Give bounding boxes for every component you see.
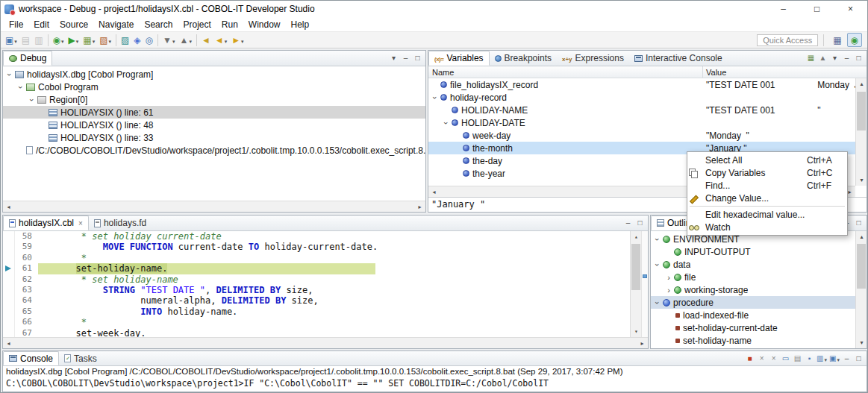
debug-tree-item[interactable]: Region[0] [3,93,425,106]
variables-view-menu-button[interactable]: ▾ [829,51,840,65]
restore-window-button[interactable]: □ [800,1,834,17]
console-open-console-button[interactable]: ▣ [828,352,840,365]
variables-tab-breakpoints[interactable]: Breakpoints [490,51,557,66]
editor-minimize-button[interactable]: – [622,216,634,230]
console-remove-all-launches-button[interactable]: × [768,352,779,365]
menu-help[interactable]: Help [286,19,315,31]
scroll-left-icon[interactable] [428,186,440,198]
variables-show-type-names-button[interactable]: ▦ [805,51,817,65]
console-tab-tasks[interactable]: Tasks [59,351,102,365]
console-tab-console[interactable]: Console [3,351,59,365]
debug-tree-item[interactable]: HOLIDAYSIX () line: 61 [3,106,425,119]
forward-button[interactable]: ► [229,33,246,48]
external-tools-button[interactable]: ▧ [97,33,113,48]
outline-item[interactable]: set-holiday-name [651,334,855,347]
scroll-track[interactable] [856,242,867,337]
expander-icon[interactable] [664,286,673,295]
code-area[interactable]: * set holiday current-date MOVE FUNCTION… [36,231,630,337]
menu-window[interactable]: Window [243,19,286,31]
scroll-up-icon[interactable] [631,231,642,242]
outline-item[interactable]: INPUT-OUTPUT [651,245,855,258]
close-icon[interactable]: × [78,219,83,227]
console-output[interactable]: holidaysIX.dbg [Cobol Program] /C:/COBOL… [3,366,867,392]
last-edit-location-button[interactable]: ◄ [199,33,213,48]
overview-ruler[interactable] [641,231,648,337]
open-perspective-button[interactable]: ▦ [829,33,845,47]
back-dropdown-icon[interactable] [224,35,228,45]
menu-item-watch[interactable]: Watch [689,221,846,233]
variable-row[interactable]: file_holidaysIX_record"TEST DATE 001 Mon… [428,78,855,91]
console-minimize-button[interactable]: – [841,352,852,365]
outline-item[interactable]: procedure [651,296,855,309]
console-remove-launch-button[interactable]: × [756,352,767,365]
line-number[interactable]: 66 [15,317,32,327]
line-number[interactable]: 65 [15,306,32,317]
display-selected-console-dropdown-icon[interactable] [824,353,828,364]
prev-annotation-button[interactable]: ▲ [177,33,193,48]
back-button[interactable]: ◄ [213,33,229,48]
debug-tab-debug[interactable]: Debug [3,51,52,66]
scroll-right-icon[interactable] [414,201,425,213]
variable-row[interactable]: HOLIDAY-DATE [428,116,855,129]
debug-hscrollbar[interactable] [3,201,425,212]
variables-vscrollbar[interactable] [855,78,867,186]
editor-maximize-button[interactable]: □ [634,216,646,230]
run-dropdown-icon[interactable] [75,35,79,45]
variables-tab-interactive-console[interactable]: Interactive Console [629,51,728,66]
outline-item[interactable]: set-holiday-current-date [651,321,855,334]
menu-item-change-value[interactable]: Change Value... [689,192,846,204]
expander-icon[interactable] [653,235,662,244]
scroll-down-icon[interactable] [631,326,642,337]
open-element-button[interactable]: ◈ [131,33,143,48]
expander-icon[interactable] [653,260,662,269]
variable-row[interactable]: week-day"Monday " [428,129,855,142]
code-line[interactable]: set-week-day. [38,328,630,337]
outline-maximize-button[interactable]: □ [853,216,864,230]
editor-tab-holidaysix-cbl[interactable]: holidaysIX.cbl× [3,216,89,230]
line-number[interactable]: 61 [15,263,32,274]
code-line[interactable]: set-holiday-name. [38,263,630,274]
expander-icon[interactable] [664,273,673,282]
line-number[interactable]: 58 [15,231,32,242]
console-terminate-button[interactable]: ■ [744,352,755,365]
quick-access-field[interactable]: Quick Access [757,34,818,46]
debug-tree-item[interactable]: HOLIDAYSIX () line: 33 [3,131,425,144]
expander-icon[interactable] [5,70,14,79]
new-cobol-program-button[interactable]: ▨ [119,33,131,48]
code-line[interactable]: * set holiday-name [38,274,630,285]
menu-project[interactable]: Project [178,19,216,31]
line-number[interactable]: 63 [15,285,32,295]
debug-tree-item[interactable]: holidaysIX.dbg [Cobol Program] [3,68,425,81]
line-number[interactable]: 64 [15,295,32,306]
console-pin-console-button[interactable]: ▪ [804,352,815,365]
variables-tab-expressions[interactable]: Expressions [557,51,629,66]
save-all-button[interactable]: ▥ [32,33,45,48]
line-number[interactable]: 60 [15,253,32,263]
menu-navigate[interactable]: Navigate [93,19,139,31]
scroll-track[interactable] [856,89,867,175]
menu-search[interactable]: Search [139,19,178,31]
menu-item-find[interactable]: Find...Ctrl+F [689,179,846,192]
prev-annotation-dropdown-icon[interactable] [188,35,192,45]
menu-run[interactable]: Run [216,19,243,31]
close-window-button[interactable]: × [834,1,867,17]
debug-maximize-button[interactable]: □ [412,51,423,65]
outline-item[interactable]: data [651,258,855,271]
expander-icon[interactable] [653,298,662,307]
editor-hscrollbar[interactable] [3,337,648,348]
expander-icon[interactable] [442,119,451,128]
editor-tab-holidays-fd[interactable]: holidays.fd [89,216,152,230]
scroll-thumb[interactable] [631,244,640,290]
code-line[interactable]: INTO holiday-name. [38,306,630,317]
external-tools-dropdown-icon[interactable] [108,35,112,45]
scroll-down-icon[interactable] [856,175,867,186]
debug-tree-item[interactable]: HOLIDAYSIX () line: 48 [3,119,425,131]
line-number[interactable]: 59 [15,242,32,252]
overview-marker-icon[interactable] [643,274,647,278]
scroll-track[interactable] [631,242,641,326]
scroll-left-icon[interactable] [3,338,14,349]
debug-view-menu-button[interactable]: ▾ [388,51,399,65]
new-button[interactable]: ▣ [3,33,19,48]
outline-item[interactable]: working-storage [651,283,855,296]
scroll-down-icon[interactable] [856,337,867,348]
